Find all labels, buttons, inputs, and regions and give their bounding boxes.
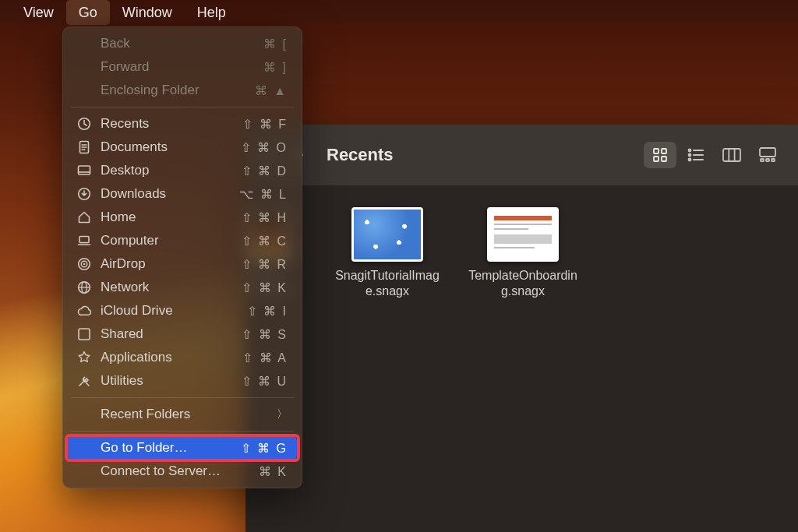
svg-rect-16	[772, 159, 775, 161]
svg-rect-1	[662, 149, 666, 153]
menubar-go[interactable]: Go	[66, 0, 110, 25]
svg-rect-10	[723, 149, 740, 161]
menubar-help[interactable]: Help	[185, 0, 238, 25]
menu-enclosing-folder: Enclosing Folder⌘ ▲	[68, 79, 297, 102]
menu-icloud-drive[interactable]: iCloud Drive⇧ ⌘ I	[68, 299, 297, 322]
menu-go-to-folder[interactable]: Go to Folder…⇧ ⌘ G	[68, 436, 297, 460]
finder-title: Recents	[327, 145, 634, 165]
finder-files: anShot …9.48@2x SnagitTutorialImage.snag…	[245, 185, 798, 532]
menu-connect-to-server[interactable]: Connect to Server…⌘ K	[68, 460, 297, 483]
file-item[interactable]: TemplateOnboarding.snagx	[468, 207, 577, 299]
svg-point-8	[689, 159, 691, 161]
view-column-button[interactable]	[715, 142, 748, 168]
svg-point-6	[689, 154, 691, 157]
svg-point-4	[689, 150, 691, 152]
file-item[interactable]: SnagitTutorialImage.snagx	[333, 207, 442, 299]
airdrop-icon	[76, 257, 93, 271]
menu-utilities[interactable]: Utilities⇧ ⌘ U	[68, 369, 297, 393]
go-menu: Back⌘ [ Forward⌘ ] Enclosing Folder⌘ ▲ R…	[62, 26, 302, 488]
file-thumbnail	[351, 207, 423, 262]
clock-icon	[76, 117, 93, 131]
home-icon	[76, 210, 93, 224]
document-icon	[76, 140, 93, 154]
menu-downloads[interactable]: Downloads⌥ ⌘ L	[68, 182, 297, 206]
utilities-icon	[76, 374, 93, 388]
menu-network[interactable]: Network⇧ ⌘ K	[68, 276, 297, 299]
network-icon	[76, 280, 93, 294]
view-mode-toggle	[644, 142, 784, 168]
finder-window: Recents	[245, 125, 798, 532]
svg-rect-15	[766, 159, 769, 161]
download-icon	[76, 187, 93, 201]
svg-rect-3	[662, 157, 666, 161]
desktop-icon	[76, 164, 93, 178]
menu-recent-folders[interactable]: Recent Folders 〉	[68, 403, 297, 426]
menubar: View Go Window Help	[0, 0, 798, 25]
menu-shared[interactable]: Shared⇧ ⌘ S	[68, 322, 297, 346]
menu-separator	[71, 397, 294, 398]
menu-recents[interactable]: Recents⇧ ⌘ F	[68, 112, 297, 136]
menu-forward: Forward⌘ ]	[68, 55, 297, 79]
menu-separator	[71, 107, 294, 107]
file-thumbnail	[487, 207, 559, 262]
chevron-right-icon: 〉	[277, 407, 288, 421]
svg-rect-0	[654, 149, 659, 153]
menu-home[interactable]: Home⇧ ⌘ H	[68, 206, 297, 229]
file-name: SnagitTutorialImage.snagx	[333, 268, 442, 299]
menu-computer[interactable]: Computer⇧ ⌘ C	[68, 229, 297, 252]
menu-back: Back⌘ [	[68, 32, 297, 55]
file-name: TemplateOnboarding.snagx	[468, 268, 577, 299]
menubar-view[interactable]: View	[11, 0, 66, 25]
menu-separator	[71, 431, 294, 432]
menu-airdrop[interactable]: AirDrop⇧ ⌘ R	[68, 252, 297, 276]
finder-toolbar: Recents	[245, 125, 798, 186]
view-gallery-button[interactable]	[751, 142, 784, 168]
menu-documents[interactable]: Documents⇧ ⌘ O	[68, 136, 297, 159]
shared-icon	[76, 327, 93, 341]
view-list-button[interactable]	[680, 142, 712, 168]
menu-desktop[interactable]: Desktop⇧ ⌘ D	[68, 159, 297, 182]
menu-applications[interactable]: Applications⇧ ⌘ A	[68, 346, 297, 369]
cloud-icon	[76, 304, 93, 318]
svg-rect-14	[761, 159, 764, 161]
svg-rect-2	[654, 157, 659, 161]
laptop-icon	[76, 234, 93, 248]
svg-rect-13	[760, 148, 775, 157]
view-icon-button[interactable]	[644, 142, 676, 168]
menubar-window[interactable]: Window	[110, 0, 185, 25]
applications-icon	[76, 351, 93, 365]
